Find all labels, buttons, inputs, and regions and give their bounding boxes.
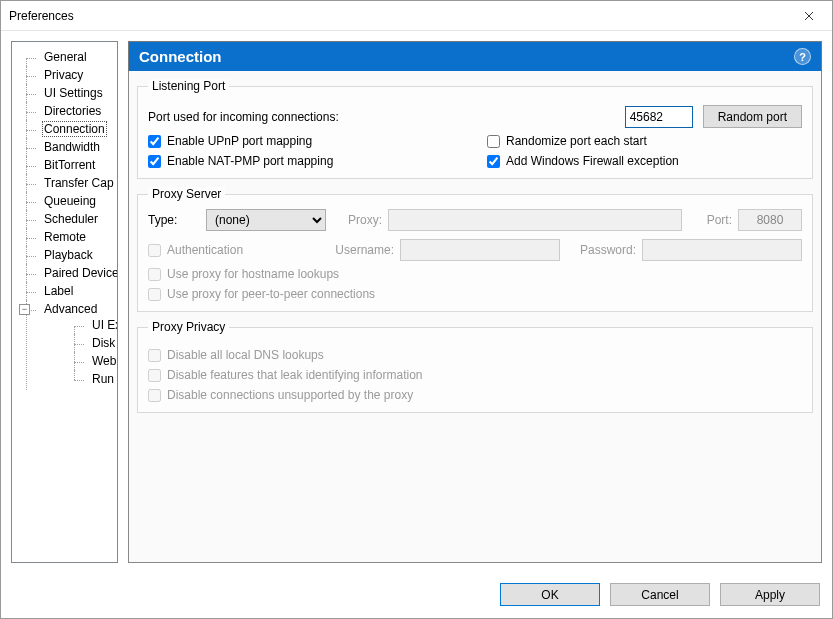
sidebar-item-label[interactable]: Label (14, 282, 115, 300)
preferences-window: Preferences General Privacy UI Settings … (0, 0, 833, 619)
cancel-button[interactable]: Cancel (610, 583, 710, 606)
disable-unsupported-checkbox[interactable]: Disable connections unsupported by the p… (148, 388, 802, 402)
dialog-footer: OK Cancel Apply (1, 573, 832, 618)
disable-leak-checkbox[interactable]: Disable features that leak identifying i… (148, 368, 802, 382)
sidebar-item-run-program[interactable]: Run Program (42, 370, 115, 388)
proxy-type-label: Type: (148, 213, 200, 227)
sidebar-item-paired-devices[interactable]: Paired Devices (14, 264, 115, 282)
sidebar-item-privacy[interactable]: Privacy (14, 66, 115, 84)
ok-button[interactable]: OK (500, 583, 600, 606)
proxy-port-input[interactable] (738, 209, 802, 231)
sidebar-item-general[interactable]: General (14, 48, 115, 66)
sidebar-item-bittorrent[interactable]: BitTorrent (14, 156, 115, 174)
listening-port-legend: Listening Port (148, 79, 229, 93)
dialog-body: General Privacy UI Settings Directories … (1, 31, 832, 573)
sidebar-item-transfer-cap[interactable]: Transfer Cap (14, 174, 115, 192)
sidebar-item-remote[interactable]: Remote (14, 228, 115, 246)
close-button[interactable] (786, 1, 831, 30)
port-input[interactable] (625, 106, 693, 128)
close-icon (804, 11, 814, 21)
upnp-checkbox[interactable]: Enable UPnP port mapping (148, 134, 463, 148)
main-panel: Connection ? Listening Port Port used fo… (128, 41, 822, 563)
sidebar-item-ui-extras[interactable]: UI Extras (42, 316, 115, 334)
sidebar-item-ui-settings[interactable]: UI Settings (14, 84, 115, 102)
proxy-auth-checkbox[interactable]: Authentication (148, 243, 308, 257)
sidebar-item-scheduler[interactable]: Scheduler (14, 210, 115, 228)
sidebar-item-queueing[interactable]: Queueing (14, 192, 115, 210)
sidebar-item-advanced[interactable]: − Advanced UI Extras Disk Cache Web UI R… (14, 300, 115, 390)
proxy-type-select[interactable]: (none) (206, 209, 326, 231)
help-icon[interactable]: ? (794, 48, 811, 65)
nav-sidebar: General Privacy UI Settings Directories … (11, 41, 118, 563)
proxy-host-label: Proxy: (332, 213, 382, 227)
proxy-password-label: Password: (566, 243, 636, 257)
sidebar-item-connection[interactable]: Connection (14, 120, 115, 138)
port-label: Port used for incoming connections: (148, 110, 339, 124)
random-port-button[interactable]: Random port (703, 105, 802, 128)
proxy-privacy-group: Proxy Privacy Disable all local DNS look… (137, 320, 813, 413)
proxy-server-group: Proxy Server Type: (none) Proxy: Port: (137, 187, 813, 312)
titlebar: Preferences (1, 1, 832, 31)
proxy-privacy-legend: Proxy Privacy (148, 320, 229, 334)
panel-title: Connection (139, 48, 222, 65)
proxy-username-label: Username: (314, 243, 394, 257)
proxy-server-legend: Proxy Server (148, 187, 225, 201)
sidebar-item-playback[interactable]: Playback (14, 246, 115, 264)
panel-content: Listening Port Port used for incoming co… (128, 71, 822, 563)
proxy-username-input[interactable] (400, 239, 560, 261)
nav-tree: General Privacy UI Settings Directories … (14, 48, 115, 390)
natpmp-checkbox[interactable]: Enable NAT-PMP port mapping (148, 154, 463, 168)
sidebar-item-directories[interactable]: Directories (14, 102, 115, 120)
firewall-checkbox[interactable]: Add Windows Firewall exception (487, 154, 802, 168)
proxy-port-label: Port: (688, 213, 732, 227)
proxy-hostname-checkbox[interactable]: Use proxy for hostname lookups (148, 267, 802, 281)
sidebar-item-web-ui[interactable]: Web UI (42, 352, 115, 370)
sidebar-item-disk-cache[interactable]: Disk Cache (42, 334, 115, 352)
window-title: Preferences (9, 9, 74, 23)
randomize-checkbox[interactable]: Randomize port each start (487, 134, 802, 148)
listening-port-group: Listening Port Port used for incoming co… (137, 79, 813, 179)
proxy-password-input[interactable] (642, 239, 802, 261)
sidebar-item-bandwidth[interactable]: Bandwidth (14, 138, 115, 156)
apply-button[interactable]: Apply (720, 583, 820, 606)
panel-header: Connection ? (128, 41, 822, 71)
proxy-p2p-checkbox[interactable]: Use proxy for peer-to-peer connections (148, 287, 802, 301)
proxy-host-input[interactable] (388, 209, 682, 231)
tree-collapse-icon[interactable]: − (19, 304, 30, 315)
disable-dns-checkbox[interactable]: Disable all local DNS lookups (148, 348, 802, 362)
